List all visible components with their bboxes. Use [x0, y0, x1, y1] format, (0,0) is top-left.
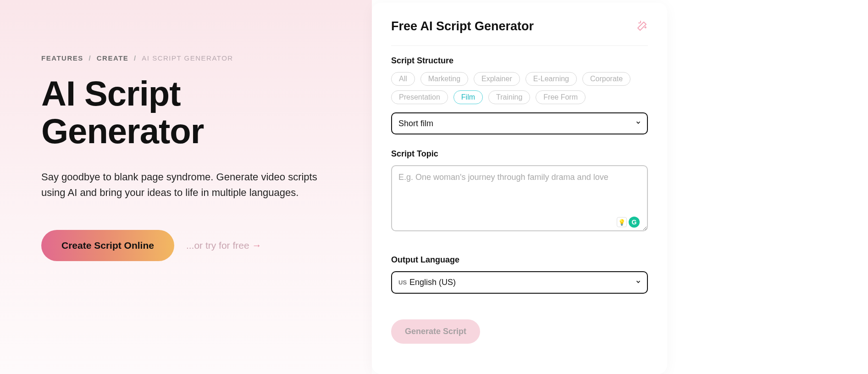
hero-section: FEATURES / CREATE / AI SCRIPT GENERATOR … — [0, 0, 372, 374]
textarea-badges: 💡 G — [617, 217, 640, 228]
lightbulb-icon[interactable]: 💡 — [617, 217, 627, 227]
magic-wand-icon — [637, 20, 648, 33]
grammarly-icon[interactable]: G — [629, 217, 640, 228]
chip-all[interactable]: All — [391, 72, 415, 86]
topic-label: Script Topic — [391, 149, 648, 159]
try-free-label: ...or try for free — [186, 240, 249, 251]
breadcrumb-current: AI SCRIPT GENERATOR — [142, 54, 233, 62]
breadcrumb-create[interactable]: CREATE — [97, 54, 129, 62]
breadcrumb-sep: / — [134, 54, 137, 62]
chip-film[interactable]: Film — [453, 90, 483, 104]
language-value: English (US) — [409, 278, 456, 287]
chip-training[interactable]: Training — [488, 90, 530, 104]
chip-e-learning[interactable]: E-Learning — [525, 72, 577, 86]
structure-chips: AllMarketingExplainerE-LearningCorporate… — [391, 72, 648, 104]
topic-wrap: 💡 G — [391, 165, 648, 239]
chip-marketing[interactable]: Marketing — [420, 72, 468, 86]
language-label: Output Language — [391, 255, 648, 265]
page-subtitle: Say goodbye to blank page syndrome. Gene… — [41, 169, 330, 201]
page-title: AI Script Generator — [41, 75, 331, 150]
cta-row: Create Script Online ...or try for free … — [41, 230, 331, 261]
card-header: Free AI Script Generator — [391, 19, 648, 46]
chip-free-form[interactable]: Free Form — [536, 90, 586, 104]
create-script-button[interactable]: Create Script Online — [41, 230, 174, 261]
arrow-right-icon: → — [252, 240, 262, 251]
breadcrumb-sep: / — [88, 54, 91, 62]
generator-card: Free AI Script Generator Script Structur… — [372, 3, 667, 374]
structure-select[interactable]: Short film — [391, 112, 648, 134]
generate-script-button[interactable]: Generate Script — [391, 319, 480, 344]
chip-presentation[interactable]: Presentation — [391, 90, 448, 104]
right-region: Free AI Script Generator Script Structur… — [372, 0, 868, 374]
chip-explainer[interactable]: Explainer — [474, 72, 520, 86]
breadcrumb-features[interactable]: FEATURES — [41, 54, 83, 62]
structure-label: Script Structure — [391, 56, 648, 66]
language-select[interactable]: US English (US) — [391, 271, 648, 294]
topic-textarea[interactable] — [391, 165, 648, 231]
language-prefix: US — [398, 279, 407, 286]
chip-corporate[interactable]: Corporate — [582, 72, 630, 86]
try-free-link[interactable]: ...or try for free → — [186, 240, 262, 251]
structure-select-wrap: Short film — [391, 112, 648, 134]
card-title: Free AI Script Generator — [391, 19, 534, 33]
language-select-wrap: US English (US) — [391, 271, 648, 294]
breadcrumb: FEATURES / CREATE / AI SCRIPT GENERATOR — [41, 54, 331, 62]
